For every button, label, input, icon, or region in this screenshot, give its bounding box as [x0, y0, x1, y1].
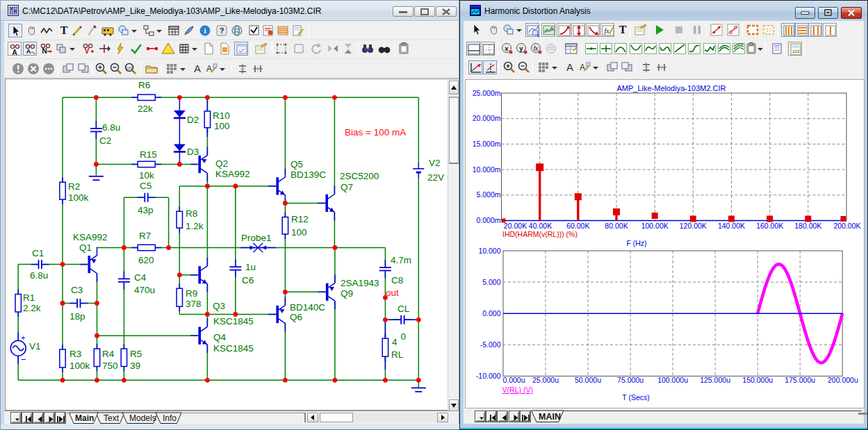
- svg-text:43p: 43p: [138, 205, 154, 215]
- svg-text:A: A: [580, 63, 585, 72]
- svg-text:MAIN: MAIN: [539, 412, 561, 422]
- svg-text:Info: Info: [163, 413, 177, 423]
- svg-text:Q1: Q1: [79, 242, 92, 253]
- svg-text:2.2k: 2.2k: [23, 303, 41, 313]
- svg-text:50.000u: 50.000u: [575, 376, 601, 384]
- svg-text:4.7m: 4.7m: [391, 255, 411, 265]
- svg-text:150.000u: 150.000u: [742, 376, 773, 384]
- svg-text:10k: 10k: [139, 170, 154, 181]
- svg-text:0: 0: [401, 331, 407, 342]
- svg-text:25.000u: 25.000u: [532, 376, 559, 384]
- svg-text:Q7: Q7: [341, 182, 353, 192]
- svg-text:25.000m: 25.000m: [473, 89, 501, 97]
- svg-text:10.000: 10.000: [478, 247, 500, 255]
- svg-text:-10.000: -10.000: [476, 372, 501, 380]
- svg-text:A: A: [194, 63, 201, 74]
- svg-text:C4: C4: [134, 272, 147, 283]
- svg-text:R3: R3: [69, 349, 81, 359]
- svg-text:18p: 18p: [69, 311, 85, 322]
- svg-text:R2: R2: [68, 181, 80, 192]
- svg-text:?: ?: [220, 26, 224, 35]
- svg-text:R6: R6: [138, 80, 150, 90]
- svg-text:6.8u: 6.8u: [30, 270, 48, 281]
- svg-text:1u: 1u: [245, 262, 256, 272]
- svg-text:123: 123: [792, 49, 800, 53]
- svg-text:Q5: Q5: [290, 159, 303, 169]
- svg-text:A: A: [566, 61, 573, 73]
- svg-text:10.000m: 10.000m: [473, 165, 501, 174]
- svg-text:BD140C: BD140C: [290, 302, 325, 313]
- svg-text:i: i: [204, 26, 206, 35]
- svg-text:125.000u: 125.000u: [700, 376, 730, 384]
- svg-text:620: 620: [138, 255, 154, 265]
- svg-text:R5: R5: [130, 349, 142, 359]
- svg-text:KSC1845: KSC1845: [213, 343, 254, 354]
- svg-text:5.000m: 5.000m: [476, 190, 500, 199]
- svg-text:IHD(HARM(v(RL))) (%): IHD(HARM(v(RL))) (%): [502, 230, 578, 238]
- svg-text:Main: Main: [75, 413, 94, 423]
- svg-text:Q4: Q4: [213, 332, 227, 342]
- svg-text:-5.000: -5.000: [480, 340, 501, 349]
- svg-text:470u: 470u: [134, 285, 155, 295]
- svg-text:A: A: [26, 48, 31, 55]
- svg-text:C2: C2: [99, 135, 111, 146]
- svg-text:100: 100: [126, 66, 133, 70]
- svg-text:180.00K: 180.00K: [794, 222, 821, 230]
- svg-text:80.00K: 80.00K: [605, 222, 628, 230]
- svg-text:C1: C1: [32, 248, 44, 258]
- svg-text:2SA1943: 2SA1943: [341, 278, 379, 288]
- svg-text:100k: 100k: [69, 361, 90, 371]
- svg-text:A: A: [12, 49, 17, 56]
- svg-text:6.8u: 6.8u: [102, 122, 120, 133]
- svg-text:R12: R12: [291, 214, 309, 224]
- svg-text:N: N: [42, 47, 47, 55]
- svg-text:C3: C3: [71, 285, 83, 295]
- svg-text:22k: 22k: [138, 104, 153, 114]
- svg-text:R15: R15: [140, 149, 157, 160]
- svg-text:100.000u: 100.000u: [657, 376, 688, 384]
- svg-text:5.000: 5.000: [482, 278, 500, 286]
- svg-text:0.000u: 0.000u: [502, 376, 525, 384]
- svg-text:22V: 22V: [427, 172, 444, 183]
- svg-text:200.000u: 200.000u: [828, 376, 858, 384]
- svg-text:y: y: [519, 44, 523, 52]
- svg-text:Q2: Q2: [215, 158, 228, 169]
- svg-text:A: A: [206, 64, 212, 74]
- svg-text:100: 100: [291, 227, 307, 238]
- svg-text:out: out: [386, 288, 399, 298]
- svg-text:R9: R9: [186, 288, 197, 299]
- svg-text:+: +: [21, 333, 25, 342]
- svg-text:Q9: Q9: [341, 288, 353, 299]
- svg-text:140.00K: 140.00K: [718, 222, 745, 230]
- svg-text:T: T: [619, 24, 627, 35]
- svg-text:C6: C6: [242, 275, 254, 286]
- svg-text:Text: Text: [104, 413, 120, 423]
- svg-text:20.00K: 20.00K: [504, 222, 527, 230]
- svg-text:60.00K: 60.00K: [566, 222, 589, 230]
- svg-text:x: x: [505, 44, 509, 52]
- svg-text:15.000m: 15.000m: [473, 140, 501, 148]
- svg-text:100.00K: 100.00K: [641, 222, 669, 230]
- svg-text:120.00K: 120.00K: [680, 222, 707, 230]
- svg-text:KSC1845: KSC1845: [213, 316, 254, 326]
- svg-text:R7: R7: [139, 231, 151, 241]
- svg-text:RL: RL: [391, 349, 404, 360]
- svg-text:100k: 100k: [68, 192, 89, 203]
- svg-text:C5: C5: [140, 181, 152, 191]
- svg-text:V(RL) (V): V(RL) (V): [502, 386, 533, 394]
- svg-text:KSA992: KSA992: [73, 232, 108, 242]
- svg-text:C8: C8: [391, 275, 403, 286]
- svg-text:fx: fx: [604, 27, 609, 35]
- svg-text:200.00K: 200.00K: [833, 222, 860, 230]
- svg-text:fx: fx: [534, 45, 539, 52]
- svg-text:V1: V1: [29, 341, 41, 352]
- svg-text:R8: R8: [186, 208, 197, 219]
- svg-text:V: V: [85, 47, 90, 55]
- svg-text:2SC5200: 2SC5200: [340, 171, 379, 181]
- svg-text:100: 100: [214, 121, 230, 131]
- svg-text:CL: CL: [398, 304, 410, 314]
- svg-text:0.000m: 0.000m: [476, 216, 500, 224]
- svg-text:T (Secs): T (Secs): [622, 393, 649, 402]
- svg-text:75.000u: 75.000u: [617, 376, 644, 384]
- svg-text:V2: V2: [429, 158, 441, 168]
